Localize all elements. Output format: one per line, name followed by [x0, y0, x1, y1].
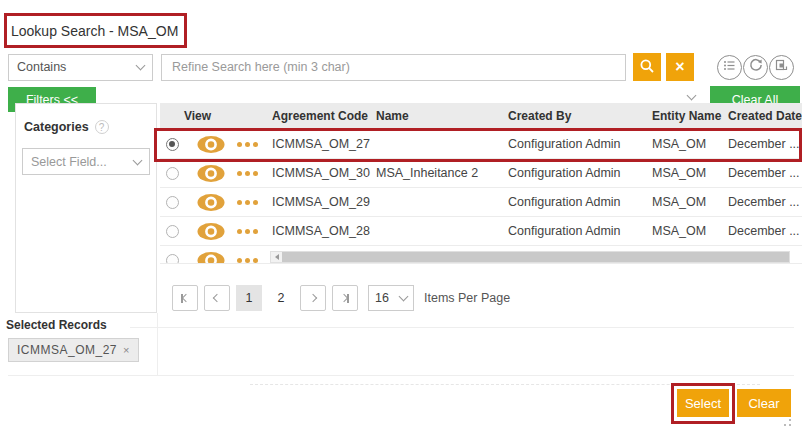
first-page-button[interactable] [172, 285, 198, 311]
view-eye-icon[interactable] [196, 193, 226, 212]
table-row[interactable]: ICMMSA_OM_30 MSA_Inheitance 2 Configurat… [160, 159, 802, 188]
lookup-search-dialog: Lookup Search - MSA_OM Contains × [0, 0, 802, 430]
search-icon [639, 58, 655, 77]
divider [157, 313, 158, 375]
categories-label: Categories [24, 120, 89, 134]
view-eye-icon[interactable] [196, 164, 226, 183]
view-eye-icon [196, 251, 226, 264]
divider [130, 327, 794, 328]
cell-created-date: December ... [724, 224, 802, 238]
scrollbar-thumb[interactable] [282, 252, 789, 262]
row-actions-icon [234, 258, 258, 263]
cell-created-date: December ... [724, 166, 802, 180]
row-radio[interactable] [166, 167, 179, 180]
row-actions-icon[interactable] [234, 200, 258, 205]
cell-agreement-code: ICMMSA_OM_28 [268, 224, 372, 238]
cell-entity-name: MSA_OM [648, 195, 724, 209]
table-row[interactable]: ICMMSA_OM_29 Configuration Admin MSA_OM … [160, 188, 802, 217]
export-icon [775, 58, 788, 76]
cell-created-date: December ... [724, 195, 802, 209]
help-icon[interactable]: ? [95, 120, 109, 134]
cell-agreement-code: ICMMSA_OM_30 [268, 166, 372, 180]
chevron-right-icon [309, 294, 317, 302]
remove-tag-icon[interactable]: × [123, 344, 130, 356]
chevron-down-icon [399, 292, 409, 302]
scroll-left-arrow-icon[interactable] [271, 252, 282, 262]
refresh-icon [749, 58, 763, 76]
row-radio[interactable] [166, 225, 179, 238]
cell-created-by: Configuration Admin [504, 137, 648, 151]
row-actions-icon[interactable] [234, 229, 258, 234]
chevron-down-icon [133, 155, 143, 165]
cell-entity-name: MSA_OM [648, 137, 724, 151]
select-field-placeholder: Select Field... [31, 155, 134, 169]
chevron-down-icon [136, 61, 146, 71]
resize-grip[interactable] [779, 416, 791, 426]
horizontal-scrollbar[interactable] [270, 251, 790, 263]
column-header-created-date[interactable]: Created Date [724, 109, 802, 123]
close-icon: × [675, 59, 684, 75]
search-button[interactable] [633, 53, 661, 81]
column-header-agreement-code[interactable]: Agreement Code [268, 109, 372, 123]
select-field-dropdown[interactable]: Select Field... [22, 148, 150, 175]
view-eye-icon[interactable] [196, 135, 226, 154]
divider [250, 384, 760, 385]
last-page-button[interactable] [332, 285, 358, 311]
refresh-button[interactable] [743, 55, 768, 80]
cell-agreement-code: ICMMSA_OM_29 [268, 195, 372, 209]
items-per-page-label: Items Per Page [424, 291, 510, 305]
page-number[interactable]: 2 [268, 285, 294, 311]
search-bar: Contains × [8, 53, 794, 81]
cell-agreement-code: ICMMSA_OM_27 [268, 137, 372, 151]
column-header-name[interactable]: Name [372, 109, 504, 123]
filters-sidebar: Categories ? Select Field... [15, 103, 157, 313]
pagination-bar: 1 2 16 Items Per Page [172, 285, 510, 311]
page-number-current[interactable]: 1 [236, 285, 262, 311]
export-button[interactable] [769, 55, 794, 80]
selected-record-tag[interactable]: ICMMSA_OM_27 × [8, 338, 139, 362]
selected-record-tag-text: ICMMSA_OM_27 [17, 343, 117, 357]
search-input[interactable] [161, 54, 626, 81]
prev-page-button[interactable] [204, 285, 230, 311]
clear-button[interactable]: Clear [737, 389, 791, 417]
row-radio-selected[interactable] [166, 138, 179, 151]
cell-name: MSA_Inheitance 2 [372, 166, 504, 180]
results-table: View Agreement Code Name Created By Enti… [160, 103, 802, 264]
table-row[interactable]: ICMMSA_OM_28 Configuration Admin MSA_OM … [160, 217, 802, 246]
table-header-row: View Agreement Code Name Created By Enti… [160, 103, 802, 130]
cell-created-by: Configuration Admin [504, 224, 648, 238]
column-header-view[interactable]: View [184, 109, 268, 123]
page-title: Lookup Search - MSA_OM [11, 23, 178, 39]
row-actions-icon[interactable] [234, 142, 258, 147]
list-icon [723, 58, 736, 76]
toolbar-icons [716, 55, 794, 80]
selected-records-label: Selected Records [6, 318, 107, 332]
next-page-button[interactable] [300, 285, 326, 311]
row-radio[interactable] [166, 196, 179, 209]
cell-created-by: Configuration Admin [504, 166, 648, 180]
saved-searches-button[interactable] [717, 55, 742, 80]
page-size-value: 16 [375, 291, 400, 305]
view-eye-icon[interactable] [196, 222, 226, 241]
cell-entity-name: MSA_OM [648, 166, 724, 180]
divider [8, 375, 794, 376]
clear-search-button[interactable]: × [666, 53, 694, 81]
cell-entity-name: MSA_OM [648, 224, 724, 238]
collapse-panel-chevron-icon[interactable] [687, 91, 697, 101]
select-button[interactable]: Select [677, 389, 729, 417]
column-header-created-by[interactable]: Created By [504, 109, 648, 123]
row-actions-icon[interactable] [234, 171, 258, 176]
table-row-clipped[interactable] [160, 246, 802, 264]
column-header-entity-name[interactable]: Entity Name [648, 109, 724, 123]
page-size-select[interactable]: 16 [368, 285, 414, 311]
cell-created-by: Configuration Admin [504, 195, 648, 209]
search-operator-value: Contains [17, 60, 137, 74]
row-radio[interactable] [166, 254, 179, 264]
chevron-left-icon [213, 294, 221, 302]
search-operator-select[interactable]: Contains [8, 54, 153, 81]
cell-created-date: December ... [724, 137, 802, 151]
table-row[interactable]: ICMMSA_OM_27 Configuration Admin MSA_OM … [160, 130, 802, 159]
